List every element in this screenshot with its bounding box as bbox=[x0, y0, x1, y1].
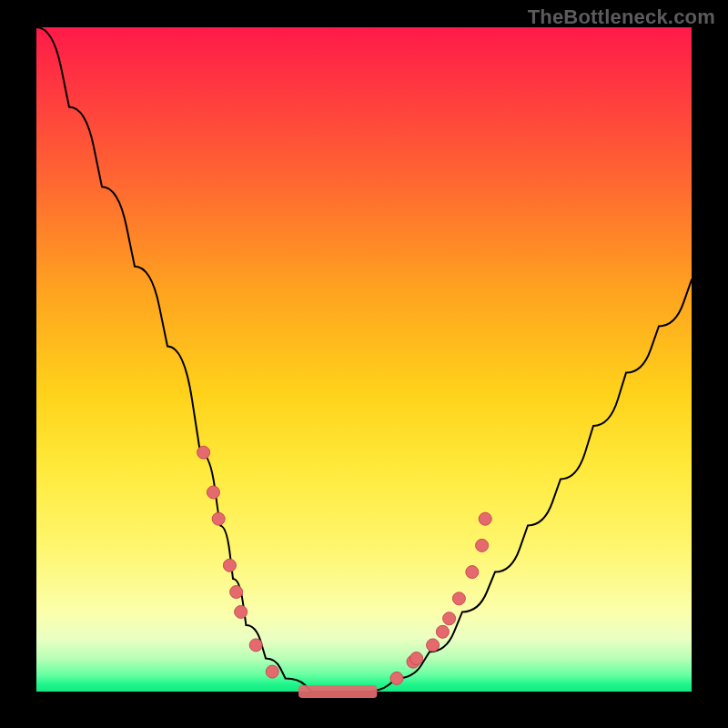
data-point-marker bbox=[410, 652, 423, 665]
data-point-marker bbox=[197, 446, 210, 459]
chart-svg bbox=[36, 27, 692, 692]
chart-frame: TheBottleneck.com bbox=[0, 0, 728, 728]
data-point-marker bbox=[452, 592, 465, 605]
data-point-marker bbox=[479, 512, 491, 525]
data-point-marker bbox=[230, 586, 243, 599]
data-point-marker bbox=[436, 625, 449, 638]
data-point-marker bbox=[212, 512, 225, 525]
data-point-marker bbox=[207, 486, 219, 499]
watermark-text: TheBottleneck.com bbox=[528, 5, 715, 29]
data-point-marker bbox=[390, 672, 403, 684]
markers-left-group bbox=[197, 446, 279, 678]
bottom-flat-segment bbox=[298, 685, 377, 698]
markers-right-group bbox=[390, 512, 491, 684]
data-point-marker bbox=[249, 639, 262, 652]
bottleneck-curve bbox=[36, 27, 692, 692]
data-point-marker bbox=[476, 539, 489, 551]
data-point-marker bbox=[235, 605, 248, 618]
plot-area bbox=[36, 27, 692, 692]
data-point-marker bbox=[466, 566, 479, 579]
data-point-marker bbox=[223, 559, 236, 571]
data-point-marker bbox=[443, 612, 456, 625]
data-point-marker bbox=[427, 639, 440, 652]
data-point-marker bbox=[266, 665, 278, 678]
